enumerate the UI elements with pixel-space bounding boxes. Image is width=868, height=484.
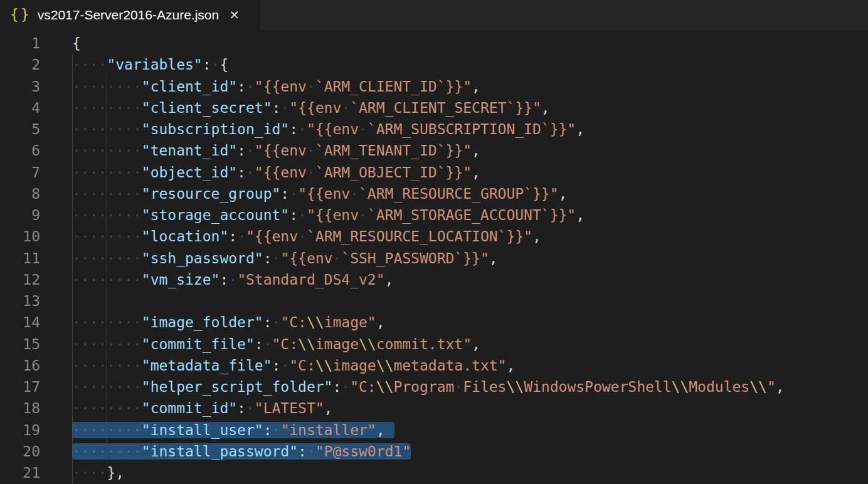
token-esc: \\ xyxy=(376,357,394,374)
token-key: "image_folder" xyxy=(142,314,263,330)
token-str: "{{env xyxy=(246,228,298,245)
token-str: "C: xyxy=(289,357,315,374)
token-str: metadata.txt" xyxy=(393,357,506,374)
token-punct: : xyxy=(263,250,272,266)
token-punct: , xyxy=(472,336,480,352)
code-line[interactable]: 5········"subscription_id":·"{{env·`ARM_… xyxy=(0,118,868,140)
code-line[interactable]: 3········"client_id":·"{{env·`ARM_CLIENT… xyxy=(0,76,868,97)
code-line[interactable]: 12········"vm_size":·"Standard_DS4_v2", xyxy=(0,269,868,290)
token-str: "{{env xyxy=(298,186,350,202)
token-punct: : xyxy=(237,78,246,95)
code-line[interactable]: 1{ xyxy=(0,33,868,54)
whitespace-dots: · xyxy=(298,121,307,137)
code-line-content: ········"resource_group":·"{{env·`ARM_RE… xyxy=(40,183,567,204)
line-number: 3 xyxy=(0,76,40,97)
whitespace-dots: · xyxy=(263,336,272,352)
token-punct: : xyxy=(332,379,341,395)
code-line[interactable]: 14········"image_folder":·"C:\\image", xyxy=(0,312,868,333)
code-line[interactable]: 16········"metadata_file":·"C:\\image\\m… xyxy=(0,355,868,376)
whitespace-dots: ········ xyxy=(72,142,142,159)
code-line[interactable]: 8········"resource_group":·"{{env·`ARM_R… xyxy=(0,183,868,204)
whitespace-dots: · xyxy=(359,207,368,223)
code-line[interactable]: 19········"install_user":·"installer", xyxy=(0,419,868,441)
token-str: "Standard_DS4_v2" xyxy=(237,271,384,288)
code-line[interactable]: 7········"object_id":·"{{env·`ARM_OBJECT… xyxy=(0,162,868,183)
selection-highlight: ········"install_user":·"installer", xyxy=(72,422,394,438)
token-str: `ARM_CLIENT_SECRET`}}" xyxy=(350,100,541,116)
token-str: `ARM_CLIENT_ID`}}" xyxy=(315,78,472,95)
token-esc: \\ xyxy=(307,314,324,330)
token-str: "P@ssw0rd1" xyxy=(315,443,411,460)
code-line-content: ········"ssh_password":·"{{env·`SSH_PASS… xyxy=(40,248,498,269)
token-esc: \\ xyxy=(672,379,689,395)
code-line[interactable]: 13 xyxy=(0,290,868,312)
token-punct: : xyxy=(237,400,246,416)
token-punct: , xyxy=(559,186,568,202)
code-line[interactable]: 20········"install_password":·"P@ssw0rd1… xyxy=(0,441,868,462)
token-str: "C: xyxy=(350,379,376,395)
line-number: 20 xyxy=(0,441,40,462)
line-number: 13 xyxy=(0,290,40,312)
token-str: Modules xyxy=(689,379,749,395)
code-line[interactable]: 18········"commit_id":·"LATEST", xyxy=(0,397,868,419)
tab-label: vs2017-Server2016-Azure.json xyxy=(38,8,220,23)
token-str: image xyxy=(332,357,376,374)
code-line-content: ········"client_id":·"{{env·`ARM_CLIENT_… xyxy=(40,76,480,97)
token-str: `ARM_RESOURCE_GROUP`}}" xyxy=(359,186,559,202)
code-line[interactable]: 4········"client_secret":·"{{env·`ARM_CL… xyxy=(0,97,868,118)
token-key: "tenant_id" xyxy=(142,142,237,159)
code-editor[interactable]: 1{2····"variables":·{3········"client_id… xyxy=(0,30,868,484)
token-esc: \\ xyxy=(376,379,394,395)
code-line[interactable]: 21····}, xyxy=(0,462,868,483)
whitespace-dots: · xyxy=(307,78,315,95)
token-punct: : xyxy=(220,271,228,288)
token-punct: }, xyxy=(107,465,124,481)
token-key: "metadata_file" xyxy=(142,357,272,374)
whitespace-dots: ········ xyxy=(72,186,142,202)
token-str: "{{env xyxy=(255,164,307,181)
code-line[interactable]: 2····"variables":·{ xyxy=(0,54,868,75)
tab-close-icon[interactable]: ✕ xyxy=(229,8,240,23)
line-number: 14 xyxy=(0,312,40,333)
token-punct: : xyxy=(255,336,263,352)
token-punct: { xyxy=(220,56,228,73)
line-number: 1 xyxy=(0,33,40,54)
whitespace-dots: ········ xyxy=(72,271,142,288)
line-number: 5 xyxy=(0,118,40,140)
token-str: Program xyxy=(393,379,454,395)
code-line-content: ········"helper_script_folder":·"C:\\Pro… xyxy=(40,376,785,397)
code-line-content: ········"image_folder":·"C:\\image", xyxy=(40,312,385,333)
whitespace-dots: · xyxy=(246,164,255,181)
code-line-content: ········"subscription_id":·"{{env·`ARM_S… xyxy=(40,118,585,140)
token-punct: : xyxy=(237,142,246,159)
token-key: "commit_file" xyxy=(142,336,255,352)
line-number: 11 xyxy=(0,248,40,269)
token-str: `ARM_OBJECT_ID`}}" xyxy=(315,164,472,181)
code-line[interactable]: 9········"storage_account":·"{{env·`ARM_… xyxy=(0,204,868,226)
code-line[interactable]: 15········"commit_file":·"C:\\image\\com… xyxy=(0,334,868,355)
whitespace-dots: ········ xyxy=(72,207,142,223)
whitespace-dots: · xyxy=(307,142,315,159)
whitespace-dots: · xyxy=(237,228,246,245)
code-line-content: ········"vm_size":·"Standard_DS4_v2", xyxy=(40,269,393,290)
token-key: "subscription_id" xyxy=(142,121,289,137)
code-line[interactable]: 11········"ssh_password":·"{{env·`SSH_PA… xyxy=(0,248,868,269)
tab-vs2017-server2016-azure-json[interactable]: {} vs2017-Server2016-Azure.json ✕ xyxy=(0,0,260,30)
code-line[interactable]: 17········"helper_script_folder":·"C:\\P… xyxy=(0,376,868,397)
whitespace-dots: ···· xyxy=(72,465,107,481)
code-line[interactable]: 6········"tenant_id":·"{{env·`ARM_TENANT… xyxy=(0,140,868,161)
selection-highlight: ········"install_password":·"P@ssw0rd1" xyxy=(72,443,411,460)
code-line[interactable]: 10········"location":·"{{env·`ARM_RESOUR… xyxy=(0,226,868,247)
code-line-content: ········"install_user":·"installer", xyxy=(40,419,394,441)
token-punct: , xyxy=(472,142,480,159)
token-punct: : xyxy=(298,443,307,460)
code-line-content: ········"install_password":·"P@ssw0rd1" xyxy=(40,441,411,462)
token-punct: , xyxy=(576,207,585,223)
tab-bar: {} vs2017-Server2016-Azure.json ✕ xyxy=(0,0,868,30)
whitespace-dots: ········ xyxy=(72,336,142,352)
whitespace-dots: · xyxy=(272,422,281,438)
token-esc: \\ xyxy=(315,357,333,374)
token-str: `SSH_PASSWORD`}}" xyxy=(341,250,489,266)
token-str: `ARM_TENANT_ID`}}" xyxy=(315,142,472,159)
whitespace-dots: ········ xyxy=(72,314,142,330)
